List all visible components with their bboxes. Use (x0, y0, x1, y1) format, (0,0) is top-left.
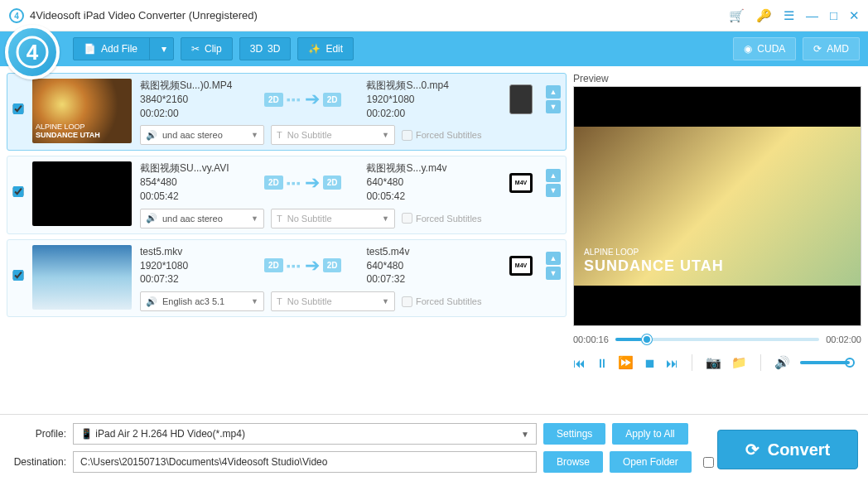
device-m4v-icon[interactable]: M4V (509, 256, 533, 276)
profile-select[interactable]: 📱 iPad Air 2 H.264 HD Video(*.mp4) ▼ (73, 423, 537, 445)
audio-track-select[interactable]: 🔊 English ac3 5.1▼ (140, 291, 264, 311)
timeline[interactable]: 00:00:16 00:02:00 (573, 334, 861, 344)
menu-icon[interactable]: ☰ (784, 8, 794, 23)
add-file-icon: 📄 (84, 43, 96, 55)
prev-icon[interactable]: ⏮ (573, 356, 586, 370)
scissors-icon: ✂ (191, 43, 200, 55)
file-item[interactable]: test5.mkv 1920*1080 00:07:32 2D▪▪▪➔2D te… (7, 239, 567, 317)
time-current: 00:00:16 (573, 334, 609, 344)
move-down-icon[interactable]: ▼ (546, 184, 561, 197)
file-thumbnail[interactable]: ALPINE LOOPSUNDANCE UTAH (32, 79, 132, 143)
file-checkbox[interactable] (12, 186, 24, 197)
add-file-label: Add File (101, 43, 137, 55)
clip-button[interactable]: ✂ Clip (181, 37, 233, 60)
cart-icon[interactable]: 🛒 (729, 8, 745, 23)
maximize-icon[interactable]: □ (830, 8, 837, 22)
forced-subtitles-checkbox[interactable]: Forced Subtitles (402, 296, 481, 307)
amd-button[interactable]: ⟳ AMD (803, 37, 860, 60)
player-controls: ⏮ ⏸ ⏩ ⏹ ⏭ 📷 📁 🔊 (573, 354, 861, 371)
app-logo-large: 4 (5, 25, 60, 79)
preview-label: Preview (573, 73, 861, 84)
conversion-arrow: 2D▪▪▪➔2D (264, 255, 341, 277)
forced-subtitles-checkbox[interactable]: Forced Subtitles (402, 130, 481, 141)
settings-button[interactable]: Settings (543, 423, 605, 445)
wand-icon: ✨ (308, 43, 321, 55)
three-d-button[interactable]: 3D 3D (239, 37, 292, 60)
file-thumbnail[interactable] (32, 245, 132, 310)
source-meta: 截图视频Su...)0.MP4 3840*2160 00:02:00 (140, 79, 256, 120)
dest-meta: 截图视频S...0.mp4 1920*1080 00:02:00 (366, 79, 482, 120)
fast-forward-icon[interactable]: ⏩ (618, 355, 634, 370)
preview-panel: Preview ALPINE LOOP SUNDANCE UTAH 00:00:… (573, 73, 861, 407)
file-item[interactable]: ALPINE LOOPSUNDANCE UTAH 截图视频Su...)0.MP4… (7, 73, 567, 151)
conversion-arrow: 2D▪▪▪➔2D (264, 172, 341, 194)
snapshot-icon[interactable]: 📷 (706, 355, 721, 370)
edit-label: Edit (326, 43, 343, 55)
window-title: 4Videosoft iPad Video Converter (Unregis… (30, 9, 729, 22)
file-thumbnail[interactable] (32, 161, 132, 226)
destination-label: Destination: (10, 456, 66, 468)
device-ipad-icon[interactable] (509, 84, 533, 114)
three-d-icon: 3D (250, 43, 263, 55)
preview-video[interactable]: ALPINE LOOP SUNDANCE UTAH (573, 86, 861, 326)
apply-to-all-button[interactable]: Apply to All (612, 423, 687, 445)
subtitle-select[interactable]: T No Subtitle▼ (271, 291, 395, 311)
convert-label: Convert (768, 440, 831, 459)
open-snapshot-folder-icon[interactable]: 📁 (731, 355, 747, 370)
move-up-icon[interactable]: ▲ (546, 85, 561, 99)
destination-input[interactable]: C:\Users\20150713\Documents\4Videosoft S… (73, 451, 537, 473)
add-file-button[interactable]: 📄 Add File ▾ (73, 37, 174, 60)
edit-button[interactable]: ✨ Edit (297, 37, 354, 60)
convert-button[interactable]: ⟳ Convert (717, 430, 858, 469)
move-down-icon[interactable]: ▼ (546, 100, 561, 113)
volume-icon[interactable]: 🔊 (774, 355, 790, 370)
file-checkbox[interactable] (12, 103, 24, 114)
subtitle-select[interactable]: T No Subtitle▼ (271, 209, 395, 228)
chevron-down-icon: ▼ (521, 430, 529, 439)
audio-track-select[interactable]: 🔊 und aac stereo▼ (140, 125, 264, 145)
dest-meta: 截图视频S...y.m4v 640*480 00:05:42 (366, 161, 482, 203)
refresh-icon: ⟳ (745, 440, 760, 459)
open-folder-button[interactable]: Open Folder (610, 451, 692, 473)
time-total: 00:02:00 (826, 334, 861, 344)
svg-text:4: 4 (27, 40, 39, 65)
cuda-label: CUDA (757, 43, 785, 55)
move-down-icon[interactable]: ▼ (546, 267, 561, 280)
key-icon[interactable]: 🔑 (756, 8, 772, 23)
nvidia-icon: ◉ (744, 43, 752, 55)
dest-meta: test5.m4v 640*480 00:07:32 (366, 245, 482, 286)
three-d-label: 3D (268, 43, 280, 55)
toolbar: 📄 Add File ▾ ✂ Clip 3D 3D ✨ Edit ◉ CUDA … (0, 31, 868, 66)
source-meta: test5.mkv 1920*1080 00:07:32 (140, 245, 256, 286)
profile-value: iPad Air 2 H.264 HD Video(*.mp4) (95, 428, 245, 440)
amd-icon: ⟳ (813, 43, 822, 55)
audio-track-select[interactable]: 🔊 und aac stereo▼ (140, 209, 264, 228)
browse-button[interactable]: Browse (543, 451, 603, 473)
app-logo-small: 4 (8, 7, 25, 24)
pause-icon[interactable]: ⏸ (596, 356, 608, 370)
destination-value: C:\Users\20150713\Documents\4Videosoft S… (80, 456, 327, 468)
seek-track[interactable] (615, 338, 819, 341)
volume-slider[interactable] (800, 361, 850, 364)
file-checkbox[interactable] (12, 270, 24, 281)
file-item[interactable]: 截图视频SU...vy.AVI 854*480 00:05:42 2D▪▪▪➔2… (7, 156, 567, 233)
svg-text:4: 4 (14, 12, 19, 21)
profile-device-icon: 📱 (80, 428, 93, 440)
minimize-icon[interactable]: — (806, 8, 818, 22)
next-icon[interactable]: ⏭ (666, 356, 678, 370)
cuda-button[interactable]: ◉ CUDA (733, 37, 796, 60)
forced-subtitles-checkbox[interactable]: Forced Subtitles (402, 213, 481, 224)
chevron-down-icon[interactable]: ▾ (155, 43, 173, 55)
move-up-icon[interactable]: ▲ (546, 252, 561, 265)
device-m4v-icon[interactable]: M4V (509, 173, 533, 193)
close-icon[interactable]: ✕ (849, 8, 860, 23)
titlebar: 4 4Videosoft iPad Video Converter (Unreg… (0, 0, 868, 31)
conversion-arrow: 2D▪▪▪➔2D (264, 89, 341, 110)
stop-icon[interactable]: ⏹ (644, 356, 656, 370)
move-up-icon[interactable]: ▲ (546, 169, 561, 182)
file-list: ALPINE LOOPSUNDANCE UTAH 截图视频Su...)0.MP4… (7, 73, 567, 407)
preview-caption: ALPINE LOOP SUNDANCE UTAH (584, 248, 724, 276)
subtitle-select[interactable]: T No Subtitle▼ (271, 125, 395, 145)
source-meta: 截图视频SU...vy.AVI 854*480 00:05:42 (140, 161, 256, 203)
amd-label: AMD (827, 43, 849, 55)
